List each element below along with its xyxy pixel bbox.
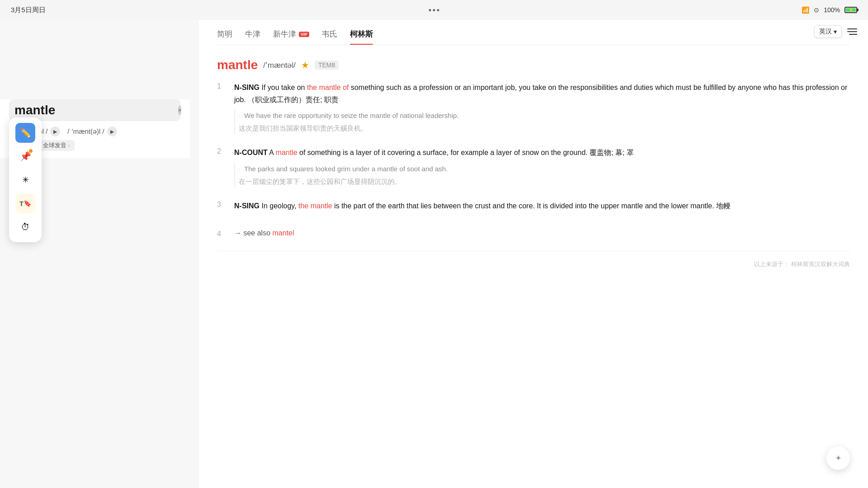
floating-toolbar: ✏️ 📌 ✳ T 🔖 ⏱ <box>9 117 42 242</box>
def-text-before-3: In geology, <box>261 202 298 210</box>
level-badge: TEM8 <box>315 61 339 70</box>
def-text-after-2: of something is a layer of it covering a… <box>299 149 590 156</box>
close-icon: × <box>178 107 181 113</box>
def-highlight-1: the mantle of <box>307 84 349 91</box>
clock-icon: ⏱ <box>21 222 30 232</box>
left-panel <box>0 20 199 488</box>
search-close-button[interactable]: × <box>178 105 181 115</box>
lang-button[interactable]: 英汉 ▾ <box>814 25 842 38</box>
example-dot-2: · <box>239 165 241 173</box>
example-en-2: · The parks and squares looked grim unde… <box>239 164 850 174</box>
toolbar-pin[interactable]: 📌 <box>15 146 35 166</box>
chevron-down-icon: ▾ <box>834 28 837 35</box>
global-pronounce-tag[interactable]: 全球发音 › <box>38 140 74 151</box>
source-prefix: 以上来源于： <box>754 261 789 267</box>
pin-icon: 📌 <box>20 151 31 162</box>
def-chinese-3: 地幔 <box>716 202 731 210</box>
def-type-1: N-SING <box>234 84 259 91</box>
def-main-2: N-COUNT A mantle of something is a layer… <box>234 146 850 159</box>
main-content: 简明 牛津 新牛津 VIP 韦氏 柯林斯 mantle /ˈmæntəl/ ★ … <box>199 20 868 488</box>
lang-label: 英汉 <box>819 28 832 36</box>
example-en-text-2: The parks and squares looked grim under … <box>244 165 448 173</box>
tab-weishi-label: 韦氏 <box>322 29 337 39</box>
speaker-icon: ▶ <box>53 129 57 135</box>
wifi-icon: 📶 <box>802 6 809 14</box>
phonetic: /ˈmæntəl/ <box>263 61 296 70</box>
see-also-content: → see also mantel <box>234 229 850 238</box>
tab-jianming[interactable]: 简明 <box>217 29 232 45</box>
definition-list: 1 N-SING If you take on the mantle of so… <box>217 81 850 216</box>
global-pronounce-chevron-icon: › <box>68 143 70 148</box>
def-text-before-2: A <box>269 149 275 156</box>
definition-item-3: 3 N-SING In geology, the mantle is the p… <box>217 200 850 216</box>
tab-niujin-label: 牛津 <box>245 29 260 39</box>
def-highlight-2: mantle <box>276 149 297 156</box>
battery-icon-container: ⚡ <box>844 7 857 13</box>
tab-niujin[interactable]: 牛津 <box>245 29 260 45</box>
fab-button[interactable]: ✦ <box>826 446 850 470</box>
menu-line-middle <box>847 31 857 32</box>
text-icon: T <box>19 200 24 207</box>
tab-kelinsi[interactable]: 柯林斯 <box>350 29 373 45</box>
search-input[interactable]: mantle <box>14 103 178 117</box>
example-en-text-1: We have the rare opportunity to seize th… <box>244 112 458 119</box>
pencil-icon: ✏️ <box>20 127 31 138</box>
tab-jianming-label: 简明 <box>217 29 232 39</box>
def-text-before-1: If you take on <box>261 84 307 91</box>
see-also-label: see also <box>243 229 270 237</box>
status-center <box>429 9 439 11</box>
star-button[interactable]: ★ <box>301 60 309 70</box>
sound-us-button[interactable]: ▶ <box>50 127 60 136</box>
speaker-uk-icon: ▶ <box>110 129 114 135</box>
source-note: 以上来源于： 柯林斯英汉双解大词典 <box>217 251 850 268</box>
def-content-1: N-SING If you take on the mantle of some… <box>234 81 850 134</box>
def-type-3: N-SING <box>234 202 259 210</box>
top-controls: 英汉 ▾ <box>814 25 857 38</box>
pronunciation-uk-text: / ˈmænt(ə)l / <box>67 127 104 136</box>
pronunciation-uk: / ˈmænt(ə)l / ▶ <box>67 127 117 136</box>
sound-uk-button[interactable]: ▶ <box>107 127 117 136</box>
def-main-1: N-SING If you take on the mantle of some… <box>234 81 850 106</box>
def-example-2: · The parks and squares looked grim unde… <box>234 164 850 187</box>
def-text-after-3: is the part of the earth that lies betwe… <box>334 202 716 210</box>
source-name: 柯林斯英汉双解大词典 <box>791 261 850 267</box>
toolbar-sparkle[interactable]: ✳ <box>15 170 35 190</box>
def-main-3: N-SING In geology, the mantle is the par… <box>234 200 850 212</box>
fab-icon: ✦ <box>835 453 842 463</box>
tab-kelinsi-label: 柯林斯 <box>350 29 373 39</box>
def-content-3: N-SING In geology, the mantle is the par… <box>234 200 850 216</box>
def-number-3: 3 <box>217 200 231 216</box>
status-date: 3月5日周日 <box>11 6 46 14</box>
battery-percent: 100% <box>824 6 840 14</box>
def-content-2: N-COUNT A mantle of something is a layer… <box>234 146 850 187</box>
see-also-number: 4 <box>217 229 231 238</box>
see-also-link[interactable]: mantel <box>273 229 294 237</box>
sparkle-icon: ✳ <box>22 175 29 185</box>
toolbar-clock[interactable]: ⏱ <box>15 217 35 237</box>
location-icon: ⊙ <box>814 6 819 14</box>
status-bar: 3月5日周日 📶 ⊙ 100% ⚡ <box>0 0 868 20</box>
dot1 <box>429 9 431 11</box>
def-chinese-2: 覆盖物; 幕; 罩 <box>590 149 634 156</box>
battery-icon: ⚡ <box>844 7 857 13</box>
definition-item-2: 2 N-COUNT A mantle of something is a lay… <box>217 146 850 187</box>
def-number-2: 2 <box>217 146 231 187</box>
bookmark-icon: 🔖 <box>24 200 31 207</box>
tab-weishi[interactable]: 韦氏 <box>322 29 337 45</box>
vip-badge: VIP <box>299 32 309 37</box>
def-highlight-3: the mantle <box>298 202 332 210</box>
pin-dot-indicator <box>29 149 33 153</box>
def-type-2: N-COUNT <box>234 149 268 156</box>
definition-item-1: 1 N-SING If you take on the mantle of so… <box>217 81 850 134</box>
toolbar-pencil[interactable]: ✏️ <box>15 123 35 143</box>
def-example-1: · We have the rare opportunity to seize … <box>234 110 850 134</box>
def-number-1: 1 <box>217 81 231 134</box>
dictionary-tabs: 简明 牛津 新牛津 VIP 韦氏 柯林斯 <box>217 29 850 45</box>
menu-button[interactable] <box>847 28 857 36</box>
see-also-arrow: → <box>234 229 241 237</box>
word-header: mantle /ˈmæntəl/ ★ TEM8 <box>217 58 850 72</box>
dot3 <box>437 9 439 11</box>
see-also: 4 → see also mantel <box>217 229 850 238</box>
toolbar-text[interactable]: T 🔖 <box>15 193 35 213</box>
tab-xinniujin[interactable]: 新牛津 VIP <box>273 29 309 45</box>
